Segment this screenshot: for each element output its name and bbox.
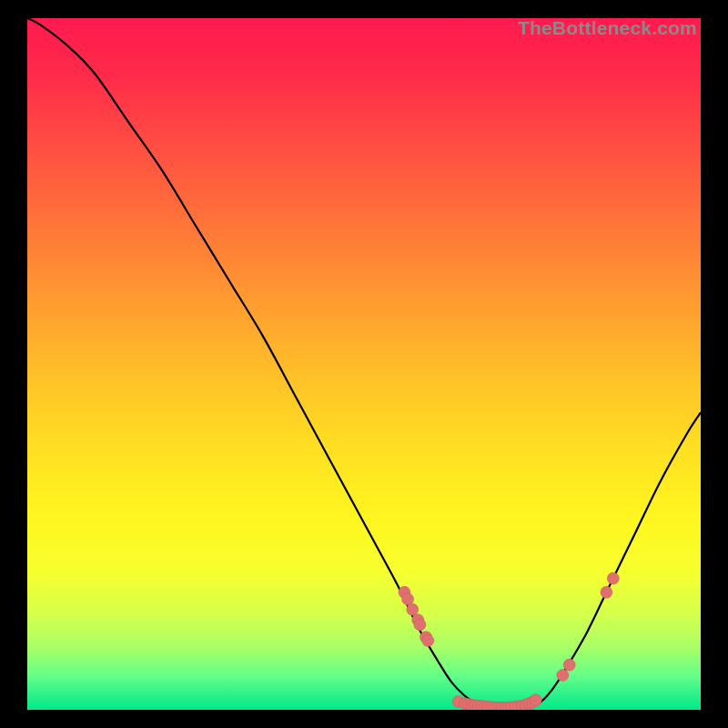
data-marker [530,694,541,706]
data-marker [607,572,619,584]
chart-svg [27,18,701,710]
data-marker [414,619,426,631]
chart-frame: TheBottleneck.com [27,18,701,710]
data-marker [422,635,434,647]
plot-area [27,18,701,710]
data-marker [402,593,414,605]
data-marker [563,659,575,671]
data-marker [601,586,612,598]
data-marker [557,670,569,682]
data-marker [407,603,419,615]
watermark-text: TheBottleneck.com [518,17,697,39]
